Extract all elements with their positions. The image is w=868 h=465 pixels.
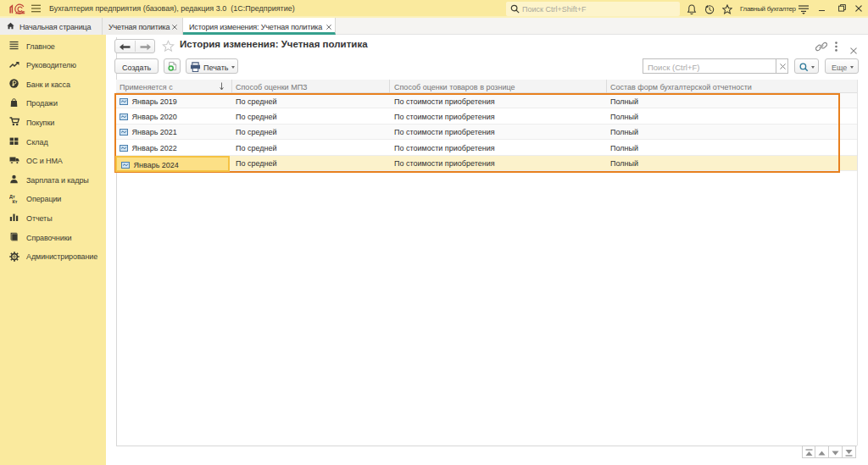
svg-text:Кт: Кт — [13, 199, 18, 203]
